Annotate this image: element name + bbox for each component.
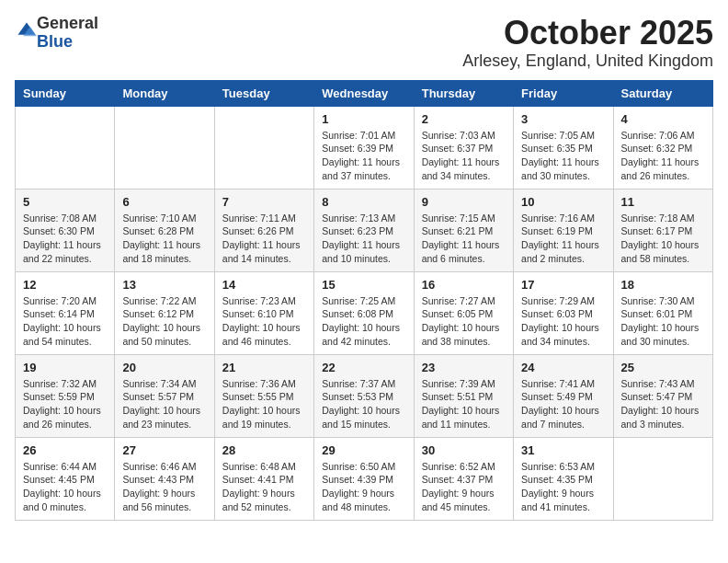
day-number: 20 [122,361,206,374]
day-number: 30 [422,443,506,457]
day-number: 3 [521,112,605,126]
weekday-header-saturday: Saturday [613,80,712,106]
day-info: Sunrise: 7:37 AM Sunset: 5:53 PM Dayligh… [322,377,405,431]
day-number: 29 [322,443,405,457]
logo-blue-text: Blue [37,32,73,51]
weekday-header-friday: Friday [514,80,613,106]
calendar-day-cell: 1Sunrise: 7:01 AM Sunset: 6:39 PM Daylig… [314,106,414,189]
weekday-header-tuesday: Tuesday [214,80,313,106]
day-number: 26 [23,443,107,457]
calendar-day-cell: 15Sunrise: 7:25 AM Sunset: 6:08 PM Dayli… [314,271,414,354]
calendar-empty-cell [613,437,712,520]
calendar-day-cell: 28Sunrise: 6:48 AM Sunset: 4:41 PM Dayli… [214,437,313,520]
day-info: Sunrise: 6:46 AM Sunset: 4:43 PM Dayligh… [122,460,206,514]
day-info: Sunrise: 7:41 AM Sunset: 5:49 PM Dayligh… [521,377,605,431]
day-info: Sunrise: 7:20 AM Sunset: 6:14 PM Dayligh… [23,294,107,349]
day-info: Sunrise: 7:11 AM Sunset: 6:26 PM Dayligh… [222,212,306,266]
calendar-empty-cell [115,106,214,189]
calendar-table: SundayMondayTuesdayWednesdayThursdayFrid… [15,80,713,521]
calendar-day-cell: 16Sunrise: 7:27 AM Sunset: 6:05 PM Dayli… [414,271,513,354]
calendar-day-cell: 13Sunrise: 7:22 AM Sunset: 6:12 PM Dayli… [115,271,214,354]
calendar-week-row: 1Sunrise: 7:01 AM Sunset: 6:39 PM Daylig… [16,106,713,189]
page-header: General Blue October 2025 Arlesey, Engla… [15,15,713,71]
day-number: 13 [122,278,206,292]
day-info: Sunrise: 7:36 AM Sunset: 5:55 PM Dayligh… [222,377,306,431]
calendar-day-cell: 6Sunrise: 7:10 AM Sunset: 6:28 PM Daylig… [115,189,214,271]
logo: General Blue [15,15,98,52]
day-info: Sunrise: 7:27 AM Sunset: 6:05 PM Dayligh… [422,294,506,349]
calendar-day-cell: 30Sunrise: 6:52 AM Sunset: 4:37 PM Dayli… [414,437,513,520]
calendar-week-row: 19Sunrise: 7:32 AM Sunset: 5:59 PM Dayli… [16,354,713,437]
calendar-day-cell: 2Sunrise: 7:03 AM Sunset: 6:37 PM Daylig… [414,106,513,189]
day-info: Sunrise: 6:52 AM Sunset: 4:37 PM Dayligh… [422,460,506,514]
day-info: Sunrise: 7:30 AM Sunset: 6:01 PM Dayligh… [621,294,705,349]
day-info: Sunrise: 6:48 AM Sunset: 4:41 PM Dayligh… [222,460,306,514]
day-info: Sunrise: 7:22 AM Sunset: 6:12 PM Dayligh… [122,294,206,349]
day-info: Sunrise: 7:05 AM Sunset: 6:35 PM Dayligh… [521,129,605,183]
weekday-header-wednesday: Wednesday [314,80,414,106]
day-info: Sunrise: 7:18 AM Sunset: 6:17 PM Dayligh… [621,212,705,266]
calendar-day-cell: 9Sunrise: 7:15 AM Sunset: 6:21 PM Daylig… [414,189,513,271]
calendar-day-cell: 8Sunrise: 7:13 AM Sunset: 6:23 PM Daylig… [314,189,414,271]
calendar-day-cell: 11Sunrise: 7:18 AM Sunset: 6:17 PM Dayli… [613,189,712,271]
day-info: Sunrise: 7:32 AM Sunset: 5:59 PM Dayligh… [23,377,107,431]
calendar-week-row: 26Sunrise: 6:44 AM Sunset: 4:45 PM Dayli… [16,437,713,520]
day-number: 4 [621,112,705,126]
day-number: 21 [222,361,306,374]
day-info: Sunrise: 7:29 AM Sunset: 6:03 PM Dayligh… [521,294,605,349]
day-info: Sunrise: 6:44 AM Sunset: 4:45 PM Dayligh… [23,460,107,514]
day-number: 15 [322,278,405,292]
calendar-week-row: 5Sunrise: 7:08 AM Sunset: 6:30 PM Daylig… [16,189,713,271]
day-info: Sunrise: 7:25 AM Sunset: 6:08 PM Dayligh… [322,294,405,349]
day-number: 24 [521,361,605,374]
day-info: Sunrise: 7:15 AM Sunset: 6:21 PM Dayligh… [422,212,506,266]
day-info: Sunrise: 7:13 AM Sunset: 6:23 PM Dayligh… [322,212,405,266]
day-number: 5 [23,195,107,209]
day-info: Sunrise: 7:16 AM Sunset: 6:19 PM Dayligh… [521,212,605,266]
weekday-header-row: SundayMondayTuesdayWednesdayThursdayFrid… [16,80,713,106]
day-number: 19 [23,361,107,374]
title-area: October 2025 Arlesey, England, United Ki… [462,15,713,71]
day-info: Sunrise: 7:06 AM Sunset: 6:32 PM Dayligh… [621,129,705,183]
logo-general-text: General [37,14,98,32]
calendar-day-cell: 4Sunrise: 7:06 AM Sunset: 6:32 PM Daylig… [613,106,712,189]
day-number: 16 [422,278,506,292]
calendar-day-cell: 3Sunrise: 7:05 AM Sunset: 6:35 PM Daylig… [514,106,613,189]
day-number: 28 [222,443,306,457]
calendar-day-cell: 22Sunrise: 7:37 AM Sunset: 5:53 PM Dayli… [314,354,414,437]
day-info: Sunrise: 7:03 AM Sunset: 6:37 PM Dayligh… [422,129,506,183]
day-info: Sunrise: 7:43 AM Sunset: 5:47 PM Dayligh… [621,377,705,431]
day-number: 8 [322,195,405,209]
calendar-day-cell: 19Sunrise: 7:32 AM Sunset: 5:59 PM Dayli… [16,354,115,437]
calendar-day-cell: 25Sunrise: 7:43 AM Sunset: 5:47 PM Dayli… [613,354,712,437]
day-number: 17 [521,278,605,292]
calendar-day-cell: 31Sunrise: 6:53 AM Sunset: 4:35 PM Dayli… [514,437,613,520]
calendar-week-row: 12Sunrise: 7:20 AM Sunset: 6:14 PM Dayli… [16,271,713,354]
day-number: 27 [122,443,206,457]
weekday-header-monday: Monday [115,80,214,106]
day-info: Sunrise: 7:34 AM Sunset: 5:57 PM Dayligh… [122,377,206,431]
day-number: 12 [23,278,107,292]
calendar-day-cell: 17Sunrise: 7:29 AM Sunset: 6:03 PM Dayli… [514,271,613,354]
day-number: 23 [422,361,506,374]
calendar-day-cell: 24Sunrise: 7:41 AM Sunset: 5:49 PM Dayli… [514,354,613,437]
day-number: 1 [322,112,405,126]
day-number: 18 [621,278,705,292]
weekday-header-thursday: Thursday [414,80,513,106]
calendar-day-cell: 10Sunrise: 7:16 AM Sunset: 6:19 PM Dayli… [514,189,613,271]
day-number: 22 [322,361,405,374]
weekday-header-sunday: Sunday [16,80,115,106]
calendar-day-cell: 12Sunrise: 7:20 AM Sunset: 6:14 PM Dayli… [16,271,115,354]
day-number: 10 [521,195,605,209]
day-number: 6 [122,195,206,209]
day-number: 14 [222,278,306,292]
day-info: Sunrise: 7:01 AM Sunset: 6:39 PM Dayligh… [322,129,405,183]
calendar-day-cell: 23Sunrise: 7:39 AM Sunset: 5:51 PM Dayli… [414,354,513,437]
calendar-day-cell: 14Sunrise: 7:23 AM Sunset: 6:10 PM Dayli… [214,271,313,354]
day-number: 25 [621,361,705,374]
day-info: Sunrise: 6:50 AM Sunset: 4:39 PM Dayligh… [322,460,405,514]
calendar-day-cell: 7Sunrise: 7:11 AM Sunset: 6:26 PM Daylig… [214,189,313,271]
day-number: 9 [422,195,506,209]
calendar-day-cell: 20Sunrise: 7:34 AM Sunset: 5:57 PM Dayli… [115,354,214,437]
calendar-day-cell: 27Sunrise: 6:46 AM Sunset: 4:43 PM Dayli… [115,437,214,520]
